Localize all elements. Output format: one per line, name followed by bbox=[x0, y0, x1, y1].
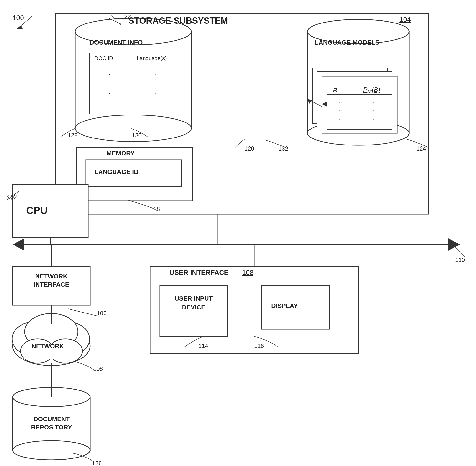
svg-marker-51 bbox=[17, 26, 23, 29]
svg-marker-13 bbox=[12, 238, 24, 251]
table-col2-header: Language(s) bbox=[137, 55, 167, 61]
ref-100: 100 bbox=[12, 14, 24, 22]
lm-dot-r3c1: · bbox=[339, 115, 341, 123]
table-dot-r2c2: · bbox=[155, 80, 157, 88]
ref-106: 106 bbox=[97, 310, 106, 317]
svg-line-54 bbox=[307, 99, 322, 106]
storage-subsystem-label: STORAGE SUBSYSTEM bbox=[128, 16, 228, 26]
svg-rect-38 bbox=[322, 76, 397, 133]
network-interface-label: NETWORK INTERFACE bbox=[17, 272, 86, 289]
svg-point-28 bbox=[12, 387, 90, 407]
ref-108-network: 108 bbox=[93, 366, 103, 372]
document-repository-label: DOCUMENT REPOSITORY bbox=[16, 415, 87, 432]
svg-line-44 bbox=[109, 18, 121, 24]
svg-rect-36 bbox=[312, 68, 387, 123]
table-dot-r3c1: · bbox=[108, 90, 110, 97]
ref-114: 114 bbox=[198, 343, 208, 349]
svg-line-46 bbox=[453, 245, 465, 256]
ref-110: 110 bbox=[455, 256, 465, 263]
lm-dot-r1c2: · bbox=[373, 98, 375, 106]
table-dot-r1c1: · bbox=[108, 70, 110, 78]
ref-124: 124 bbox=[417, 145, 426, 152]
language-id-label: LANGUAGE ID bbox=[94, 168, 139, 176]
lm-table-col2: PM(B) bbox=[363, 86, 380, 95]
svg-point-21 bbox=[46, 322, 90, 356]
svg-rect-30 bbox=[13, 450, 89, 451]
display-label: DISPLAY bbox=[271, 302, 298, 310]
svg-rect-4 bbox=[76, 128, 191, 129]
ref-120: 120 bbox=[244, 145, 254, 152]
svg-rect-5 bbox=[307, 32, 409, 133]
language-models-label: LANGUAGE MODELS bbox=[315, 39, 379, 46]
memory-label: MEMORY bbox=[106, 150, 135, 157]
svg-rect-8 bbox=[308, 133, 408, 134]
ref-130: 130 bbox=[132, 132, 142, 139]
network-label: NETWORK bbox=[32, 343, 64, 350]
lm-dot-r2c1: · bbox=[339, 106, 341, 114]
svg-point-20 bbox=[12, 322, 56, 356]
cpu-label: CPU bbox=[26, 205, 48, 216]
lm-dot-r3c2: · bbox=[373, 115, 375, 123]
user-interface-label: USER INTERFACE bbox=[170, 269, 229, 277]
ref-126: 126 bbox=[92, 460, 102, 466]
ref-104: 104 bbox=[399, 16, 411, 23]
ref-128: 128 bbox=[68, 132, 78, 139]
table-dot-r3c2: · bbox=[155, 90, 157, 97]
table-dot-r2c1: · bbox=[108, 80, 110, 88]
svg-line-52 bbox=[111, 16, 121, 25]
ref-118: 118 bbox=[150, 206, 160, 212]
table-col1-header: DOC ID bbox=[94, 55, 113, 61]
svg-rect-11 bbox=[12, 185, 88, 238]
ref-108-ui: 108 bbox=[242, 269, 254, 277]
svg-point-7 bbox=[307, 121, 409, 145]
svg-marker-14 bbox=[448, 238, 460, 251]
lm-dot-r2c2: · bbox=[373, 106, 375, 114]
ref-102: 102 bbox=[7, 194, 17, 200]
user-input-device-label: USER INPUT DEVICE bbox=[165, 294, 223, 312]
ref-132: 132 bbox=[279, 145, 288, 152]
ref-122: 122 bbox=[121, 13, 131, 20]
svg-marker-39 bbox=[322, 100, 329, 108]
svg-line-53 bbox=[68, 309, 97, 316]
svg-point-29 bbox=[12, 441, 90, 460]
svg-marker-55 bbox=[307, 99, 312, 104]
lm-dot-r1c1: · bbox=[339, 98, 341, 106]
svg-rect-37 bbox=[317, 71, 392, 127]
document-info-label: DOCUMENT INFO bbox=[90, 39, 143, 46]
svg-rect-41 bbox=[90, 53, 177, 114]
ref-116: 116 bbox=[254, 343, 264, 349]
table-dot-r1c2: · bbox=[155, 70, 157, 78]
lm-table-col1: B bbox=[333, 87, 337, 94]
